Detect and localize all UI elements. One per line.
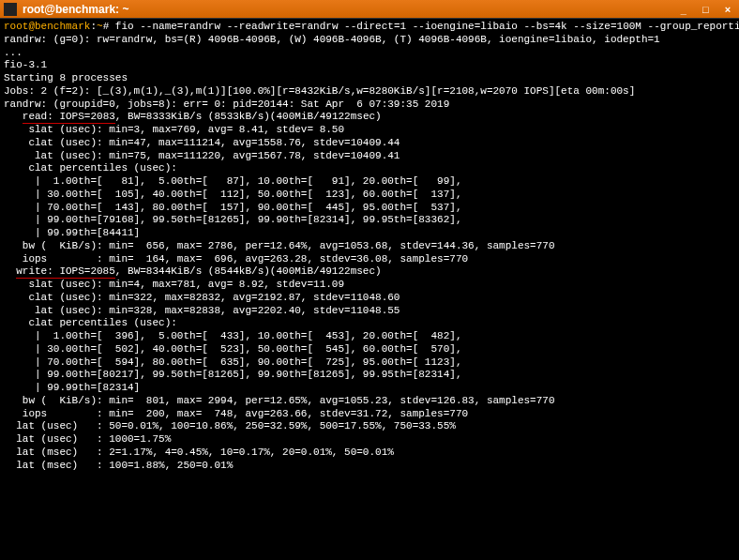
output-line: lat (usec) : 1000=1.75% xyxy=(4,433,171,445)
output-line: | 1.00th=[ 81], 5.00th=[ 87], 10.00th=[ … xyxy=(4,175,461,187)
output-line: iops : min= 200, max= 748, avg=263.66, s… xyxy=(4,408,468,419)
maximize-button[interactable]: □ xyxy=(698,3,713,16)
write-header: write: IOPS=2085 xyxy=(16,265,115,279)
output-line: | 99.99th=[84411] xyxy=(4,227,140,238)
output-line: | 99.00th=[80217], 99.50th=[81265], 99.9… xyxy=(4,369,461,380)
output-line: Jobs: 2 (f=2): [_(3),m(1),_(3),m(1)][100… xyxy=(4,85,635,97)
output-line: lat (msec) : 2=1.17%, 4=0.45%, 10=0.17%,… xyxy=(4,446,394,458)
output-line: | 99.99th=[82314] xyxy=(4,382,140,393)
output-line: slat (usec): min=3, max=769, avg= 8.41, … xyxy=(4,124,344,135)
window-controls: _ □ × xyxy=(675,3,735,16)
command-line: fio --name=randrw --readwrite=randrw --d… xyxy=(115,21,739,32)
read-header: read: IOPS=2083 xyxy=(23,111,115,124)
output-line: randrw: (groupid=0, jobs=8): err= 0: pid… xyxy=(4,98,449,110)
output-line: clat percentiles (usec): xyxy=(4,317,177,328)
output-line: | 70.00th=[ 594], 80.00th=[ 635], 90.00t… xyxy=(4,356,461,368)
output-line: lat (usec): min=328, max=82838, avg=2202… xyxy=(4,305,400,316)
output-line: bw ( KiB/s): min= 656, max= 2786, per=12… xyxy=(4,240,555,251)
output-line: lat (usec) : 50=0.01%, 100=10.86%, 250=3… xyxy=(4,420,456,431)
output-line: lat (usec): min=75, max=111220, avg=1567… xyxy=(4,150,400,161)
prompt-user-host: root@benchmark xyxy=(4,21,90,32)
output-line: clat (usec): min=47, max=111214, avg=155… xyxy=(4,137,400,148)
minimize-button[interactable]: _ xyxy=(676,3,691,16)
output-line: slat (usec): min=4, max=781, avg= 8.92, … xyxy=(4,279,344,290)
write-header-rest: , BW=8344KiB/s (8544kB/s)(400MiB/49122ms… xyxy=(115,265,382,277)
output-line: | 99.00th=[79168], 99.50th=[81265], 99.9… xyxy=(4,214,461,225)
terminal-output: root@benchmark:~# fio --name=randrw --re… xyxy=(0,19,739,474)
terminal-app-icon xyxy=(4,3,17,16)
output-line: | 1.00th=[ 396], 5.00th=[ 433], 10.00th=… xyxy=(4,330,461,341)
output-line: | 30.00th=[ 502], 40.00th=[ 523], 50.00t… xyxy=(4,343,461,355)
output-line: | 70.00th=[ 143], 80.00th=[ 157], 90.00t… xyxy=(4,202,461,213)
read-header-rest: , BW=8333KiB/s (8533kB/s)(400MiB/49122ms… xyxy=(115,111,382,122)
window-title: root@benchmark: ~ xyxy=(23,3,675,16)
output-line: iops : min= 164, max= 696, avg=263.28, s… xyxy=(4,253,468,265)
output-line: fio-3.1 xyxy=(4,59,47,70)
prompt-path: ~ xyxy=(97,21,103,32)
prompt-end: # xyxy=(103,21,115,32)
output-line: ... xyxy=(4,47,23,58)
output-line: bw ( KiB/s): min= 801, max= 2994, per=12… xyxy=(4,395,555,406)
output-line: clat percentiles (usec): xyxy=(4,162,177,174)
output-line: clat (usec): min=322, max=82832, avg=219… xyxy=(4,292,400,303)
output-line: | 30.00th=[ 105], 40.00th=[ 112], 50.00t… xyxy=(4,189,461,200)
output-line: randrw: (g=0): rw=randrw, bs=(R) 4096B-4… xyxy=(4,34,660,45)
close-button[interactable]: × xyxy=(720,3,735,16)
window-titlebar: root@benchmark: ~ _ □ × xyxy=(0,0,739,19)
output-line: Starting 8 processes xyxy=(4,72,128,83)
output-line: lat (msec) : 100=1.88%, 250=0.01% xyxy=(4,460,233,471)
